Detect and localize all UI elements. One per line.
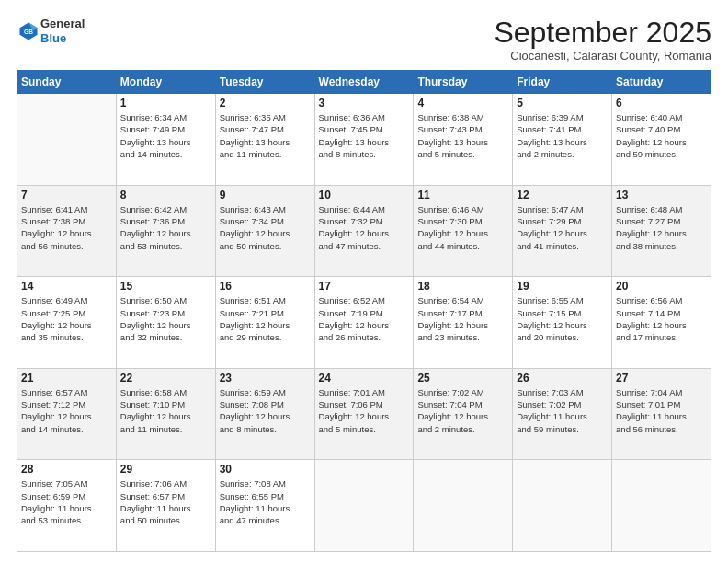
day-detail: Sunrise: 6:40 AM Sunset: 7:40 PM Dayligh… [616,111,707,160]
table-row [612,460,711,552]
day-detail: Sunrise: 7:02 AM Sunset: 7:04 PM Dayligh… [417,386,508,435]
calendar-week-row: 1Sunrise: 6:34 AM Sunset: 7:49 PM Daylig… [17,94,711,186]
day-detail: Sunrise: 6:57 AM Sunset: 7:12 PM Dayligh… [21,386,112,435]
day-number: 10 [319,189,410,201]
day-detail: Sunrise: 6:51 AM Sunset: 7:21 PM Dayligh… [220,294,311,343]
table-row: 3Sunrise: 6:36 AM Sunset: 7:45 PM Daylig… [314,94,414,186]
table-row [314,460,414,552]
table-row: 28Sunrise: 7:05 AM Sunset: 6:59 PM Dayli… [17,460,117,552]
day-number: 19 [517,280,608,293]
table-row: 15Sunrise: 6:50 AM Sunset: 7:23 PM Dayli… [116,277,215,369]
day-detail: Sunrise: 7:05 AM Sunset: 6:59 PM Dayligh… [21,477,112,526]
day-number: 1 [120,97,211,109]
table-row: 21Sunrise: 6:57 AM Sunset: 7:12 PM Dayli… [17,368,117,460]
table-row: 12Sunrise: 6:47 AM Sunset: 7:29 PM Dayli… [513,185,612,277]
calendar-week-row: 14Sunrise: 6:49 AM Sunset: 7:25 PM Dayli… [17,277,711,369]
logo-text: General Blue [40,17,85,45]
table-row: 18Sunrise: 6:54 AM Sunset: 7:17 PM Dayli… [414,277,513,369]
day-number: 28 [21,463,112,476]
day-detail: Sunrise: 6:59 AM Sunset: 7:08 PM Dayligh… [220,386,311,435]
header: GB General Blue September 2025 Ciocanest… [17,17,711,63]
day-number: 26 [517,372,608,385]
month-title: September 2025 [494,17,711,49]
table-row: 27Sunrise: 7:04 AM Sunset: 7:01 PM Dayli… [612,368,711,460]
logo-icon: GB [18,21,39,41]
day-detail: Sunrise: 6:41 AM Sunset: 7:38 PM Dayligh… [21,203,112,252]
col-friday: Friday [513,71,612,94]
table-row: 20Sunrise: 6:56 AM Sunset: 7:14 PM Dayli… [612,277,711,369]
table-row: 9Sunrise: 6:43 AM Sunset: 7:34 PM Daylig… [215,185,314,277]
day-number: 15 [120,280,211,293]
day-number: 8 [120,189,211,201]
table-row: 23Sunrise: 6:59 AM Sunset: 7:08 PM Dayli… [215,368,314,460]
day-number: 2 [220,97,311,109]
day-number: 30 [220,463,311,476]
table-row [513,460,612,552]
day-detail: Sunrise: 7:04 AM Sunset: 7:01 PM Dayligh… [616,386,707,435]
table-row: 26Sunrise: 7:03 AM Sunset: 7:02 PM Dayli… [513,368,612,460]
table-row: 25Sunrise: 7:02 AM Sunset: 7:04 PM Dayli… [414,368,513,460]
day-detail: Sunrise: 7:01 AM Sunset: 7:06 PM Dayligh… [319,386,410,435]
logo-blue-text: Blue [40,31,66,45]
day-number: 7 [21,189,112,201]
logo: GB General Blue [17,17,85,45]
day-detail: Sunrise: 6:58 AM Sunset: 7:10 PM Dayligh… [120,386,211,435]
header-row: Sunday Monday Tuesday Wednesday Thursday… [17,71,711,94]
day-number: 20 [616,280,707,293]
day-detail: Sunrise: 6:48 AM Sunset: 7:27 PM Dayligh… [616,203,707,252]
table-row: 29Sunrise: 7:06 AM Sunset: 6:57 PM Dayli… [116,460,215,552]
day-number: 27 [616,372,707,385]
day-detail: Sunrise: 6:50 AM Sunset: 7:23 PM Dayligh… [120,294,211,343]
day-number: 25 [417,372,508,385]
col-thursday: Thursday [414,71,513,94]
table-row: 1Sunrise: 6:34 AM Sunset: 7:49 PM Daylig… [116,94,215,186]
day-number: 9 [220,189,311,201]
calendar-week-row: 21Sunrise: 6:57 AM Sunset: 7:12 PM Dayli… [17,368,711,460]
table-row: 5Sunrise: 6:39 AM Sunset: 7:41 PM Daylig… [513,94,612,186]
day-detail: Sunrise: 7:03 AM Sunset: 7:02 PM Dayligh… [517,386,608,435]
day-detail: Sunrise: 6:36 AM Sunset: 7:45 PM Dayligh… [319,111,410,160]
table-row: 14Sunrise: 6:49 AM Sunset: 7:25 PM Dayli… [17,277,117,369]
table-row: 6Sunrise: 6:40 AM Sunset: 7:40 PM Daylig… [612,94,711,186]
col-tuesday: Tuesday [215,71,314,94]
table-row: 4Sunrise: 6:38 AM Sunset: 7:43 PM Daylig… [414,94,513,186]
day-detail: Sunrise: 7:06 AM Sunset: 6:57 PM Dayligh… [120,477,211,526]
day-detail: Sunrise: 6:47 AM Sunset: 7:29 PM Dayligh… [517,203,608,252]
day-number: 23 [220,372,311,385]
table-row: 13Sunrise: 6:48 AM Sunset: 7:27 PM Dayli… [612,185,711,277]
day-number: 5 [517,97,608,109]
table-row [414,460,513,552]
col-sunday: Sunday [17,71,117,94]
day-number: 18 [417,280,508,293]
col-wednesday: Wednesday [314,71,414,94]
day-number: 3 [319,97,410,109]
day-number: 6 [616,97,707,109]
day-detail: Sunrise: 6:42 AM Sunset: 7:36 PM Dayligh… [120,203,211,252]
table-row: 30Sunrise: 7:08 AM Sunset: 6:55 PM Dayli… [215,460,314,552]
day-number: 13 [616,189,707,201]
day-detail: Sunrise: 6:35 AM Sunset: 7:47 PM Dayligh… [220,111,311,160]
location: Ciocanesti, Calarasi County, Romania [494,49,711,63]
table-row: 10Sunrise: 6:44 AM Sunset: 7:32 PM Dayli… [314,185,414,277]
title-block: September 2025 Ciocanesti, Calarasi Coun… [494,17,711,63]
day-detail: Sunrise: 6:38 AM Sunset: 7:43 PM Dayligh… [417,111,508,160]
table-row: 17Sunrise: 6:52 AM Sunset: 7:19 PM Dayli… [314,277,414,369]
day-number: 14 [21,280,112,293]
table-row: 24Sunrise: 7:01 AM Sunset: 7:06 PM Dayli… [314,368,414,460]
day-detail: Sunrise: 6:56 AM Sunset: 7:14 PM Dayligh… [616,294,707,343]
day-detail: Sunrise: 7:08 AM Sunset: 6:55 PM Dayligh… [220,477,311,526]
col-saturday: Saturday [612,71,711,94]
calendar-week-row: 28Sunrise: 7:05 AM Sunset: 6:59 PM Dayli… [17,460,711,552]
day-number: 22 [120,372,211,385]
day-detail: Sunrise: 6:43 AM Sunset: 7:34 PM Dayligh… [220,203,311,252]
day-number: 24 [319,372,410,385]
svg-text:GB: GB [24,29,33,35]
day-detail: Sunrise: 6:49 AM Sunset: 7:25 PM Dayligh… [21,294,112,343]
day-number: 11 [417,189,508,201]
table-row: 11Sunrise: 6:46 AM Sunset: 7:30 PM Dayli… [414,185,513,277]
day-detail: Sunrise: 6:52 AM Sunset: 7:19 PM Dayligh… [319,294,410,343]
table-row: 2Sunrise: 6:35 AM Sunset: 7:47 PM Daylig… [215,94,314,186]
table-row: 8Sunrise: 6:42 AM Sunset: 7:36 PM Daylig… [116,185,215,277]
col-monday: Monday [116,71,215,94]
page: GB General Blue September 2025 Ciocanest… [0,0,728,563]
